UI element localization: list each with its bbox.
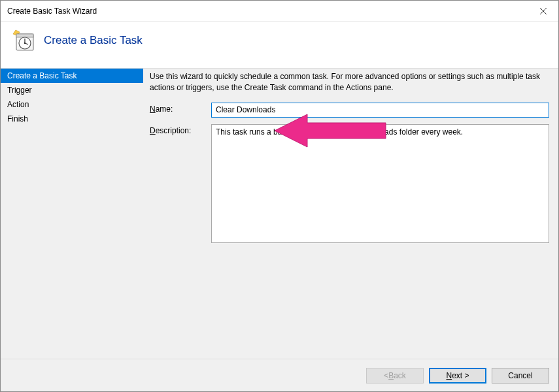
step-create-basic-task[interactable]: Create a Basic Task (1, 69, 143, 83)
description-row: Description: This task runs a batch file… (150, 124, 549, 243)
description-label: Description: (150, 124, 211, 135)
cancel-button[interactable]: Cancel (492, 368, 549, 384)
step-finish[interactable]: Finish (1, 112, 143, 126)
name-row: Name: (150, 103, 549, 118)
name-input[interactable] (211, 103, 549, 118)
step-action[interactable]: Action (1, 97, 143, 112)
wizard-steps-sidebar: Create a Basic Task Trigger Action Finis… (1, 69, 143, 359)
back-button: < Back (366, 368, 424, 384)
wizard-window: Create Basic Task Wizard Create a Basic … (0, 0, 559, 392)
wizard-body: Create a Basic Task Trigger Action Finis… (1, 68, 558, 359)
window-title: Create Basic Task Wizard (7, 7, 97, 16)
close-icon (540, 8, 547, 14)
svg-point-8 (24, 42, 25, 44)
wizard-header: Create a Basic Task (1, 22, 558, 68)
close-button[interactable] (528, 1, 558, 21)
titlebar: Create Basic Task Wizard (1, 1, 558, 22)
description-input[interactable]: This task runs a batch file that clears … (211, 124, 549, 243)
wizard-footer: < Back Next > Cancel (1, 359, 558, 391)
intro-text: Use this wizard to quickly schedule a co… (150, 71, 549, 93)
name-label: Name: (150, 103, 211, 114)
svg-rect-4 (16, 34, 33, 37)
wizard-content: Use this wizard to quickly schedule a co… (143, 69, 558, 359)
task-scheduler-icon (12, 29, 35, 52)
step-trigger[interactable]: Trigger (1, 83, 143, 97)
next-button[interactable]: Next > (429, 368, 486, 384)
wizard-title: Create a Basic Task (44, 34, 143, 47)
